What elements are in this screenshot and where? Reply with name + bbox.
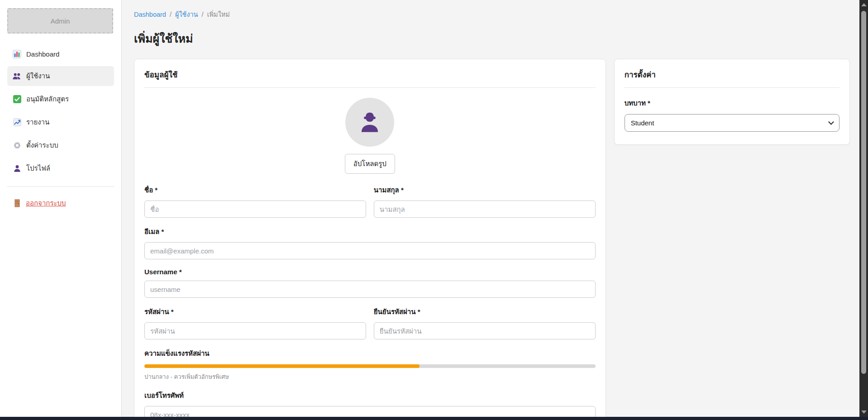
settings-card-title: การตั้งค่า (625, 68, 839, 88)
sidebar-item-label: ผู้ใช้งาน (26, 71, 50, 81)
app-window: Admin Dashboard ผู้ใช้งาน อนุมัติหลักสูต… (0, 0, 868, 420)
breadcrumb: Dashboard / ผู้ใช้งาน / เพิ่มใหม่ (134, 9, 850, 19)
password-strength-block: ความแข็งแรงรหัสผ่าน ปานกลาง - ควรเพิ่มตั… (144, 348, 596, 382)
phone-label: เบอร์โทรศัพท์ (144, 390, 596, 401)
user-info-card: ข้อมูลผู้ใช้ อัปโหลดรูป ชื่อ * นามสกุล * (134, 59, 606, 417)
chevron-down-icon (828, 119, 834, 125)
vertical-scrollbar[interactable] (859, 0, 868, 417)
username-field-group: Username * (144, 268, 596, 298)
content-row: ข้อมูลผู้ใช้ อัปโหลดรูป ชื่อ * นามสกุล * (134, 59, 850, 417)
scroll-down-arrow-icon[interactable] (861, 410, 867, 414)
email-input[interactable] (144, 242, 596, 259)
password-row: รหัสผ่าน * ยืนยันรหัสผ่าน * (144, 306, 596, 339)
password-input[interactable] (144, 322, 366, 339)
sidebar-item-label: ตั้งค่าระบบ (26, 140, 58, 151)
sidebar: Admin Dashboard ผู้ใช้งาน อนุมัติหลักสูต… (0, 0, 122, 417)
chart-up-icon (13, 118, 21, 127)
scrollbar-thumb[interactable] (861, 11, 866, 374)
scroll-up-arrow-icon[interactable] (861, 3, 867, 6)
first-name-input[interactable] (144, 200, 366, 218)
sidebar-item-label: Dashboard (26, 50, 59, 58)
sidebar-menu: Dashboard ผู้ใช้งาน อนุมัติหลักสูตร รายง… (7, 45, 114, 178)
username-label: Username * (144, 268, 596, 276)
phone-field-group: เบอร์โทรศัพท์ (144, 390, 596, 417)
password-label: รหัสผ่าน * (144, 306, 366, 317)
users-icon (13, 72, 21, 81)
person-icon (13, 164, 21, 173)
breadcrumb-separator: / (202, 11, 204, 18)
last-name-input[interactable] (374, 200, 596, 218)
breadcrumb-separator: / (170, 11, 172, 18)
sidebar-item-label: รายงาน (26, 117, 49, 128)
page-title: เพิ่มผู้ใช้ใหม่ (134, 29, 850, 48)
name-row: ชื่อ * นามสกุล * (144, 185, 596, 218)
confirm-password-input[interactable] (374, 322, 596, 339)
main-content: Dashboard / ผู้ใช้งาน / เพิ่มใหม่ เพิ่มผ… (122, 0, 868, 417)
sidebar-item-approve-courses[interactable]: อนุมัติหลักสูตร (7, 89, 114, 109)
bar-chart-icon (13, 50, 21, 58)
breadcrumb-current: เพิ่มใหม่ (207, 9, 230, 19)
phone-input[interactable] (144, 406, 596, 417)
logout-link[interactable]: ออกจากระบบ (7, 198, 114, 209)
sidebar-item-reports[interactable]: รายงาน (7, 112, 114, 132)
logout-label: ออกจากระบบ (26, 198, 66, 209)
admin-logo-label: Admin (51, 17, 70, 25)
sidebar-item-system-settings[interactable]: ตั้งค่าระบบ (7, 135, 114, 155)
sidebar-item-dashboard[interactable]: Dashboard (7, 45, 114, 63)
role-select[interactable]: Student (625, 114, 839, 132)
role-label: บทบาท * (625, 98, 839, 109)
sidebar-item-users[interactable]: ผู้ใช้งาน (7, 66, 114, 86)
settings-card: การตั้งค่า บทบาท * Student (614, 59, 850, 145)
sidebar-item-label: อนุมัติหลักสูตร (26, 94, 69, 105)
upload-photo-button[interactable]: อัปโหลดรูป (345, 154, 395, 174)
gear-icon (13, 141, 21, 150)
password-strength-fill (144, 364, 420, 368)
username-input[interactable] (144, 281, 596, 298)
email-label: อีเมล * (144, 226, 596, 237)
breadcrumb-link-dashboard[interactable]: Dashboard (134, 11, 166, 18)
password-field-group: รหัสผ่าน * (144, 306, 366, 339)
first-name-label: ชื่อ * (144, 185, 366, 196)
password-strength-message: ปานกลาง - ควรเพิ่มตัวอักษรพิเศษ (144, 372, 596, 382)
avatar (345, 98, 394, 147)
sidebar-item-profile[interactable]: โปรไฟล์ (7, 158, 114, 178)
sidebar-divider (7, 186, 114, 187)
door-icon (13, 199, 21, 208)
avatar-block: อัปโหลดรูป (144, 98, 596, 174)
admin-logo: Admin (7, 8, 113, 33)
role-selected-value: Student (631, 119, 654, 127)
user-card-title: ข้อมูลผู้ใช้ (144, 68, 596, 88)
confirm-password-label: ยืนยันรหัสผ่าน * (374, 306, 596, 317)
password-strength-label: ความแข็งแรงรหัสผ่าน (144, 348, 596, 359)
password-strength-track (144, 364, 596, 368)
email-field-group: อีเมล * (144, 226, 596, 259)
last-name-label: นามสกุล * (374, 185, 596, 196)
sidebar-item-label: โปรไฟล์ (26, 163, 50, 174)
confirm-password-field-group: ยืนยันรหัสผ่าน * (374, 306, 596, 339)
first-name-field-group: ชื่อ * (144, 185, 366, 218)
check-icon (13, 95, 21, 104)
last-name-field-group: นามสกุล * (374, 185, 596, 218)
person-silhouette-icon (357, 109, 383, 135)
breadcrumb-link-users[interactable]: ผู้ใช้งาน (175, 9, 198, 19)
bottom-edge-bar (0, 417, 868, 420)
